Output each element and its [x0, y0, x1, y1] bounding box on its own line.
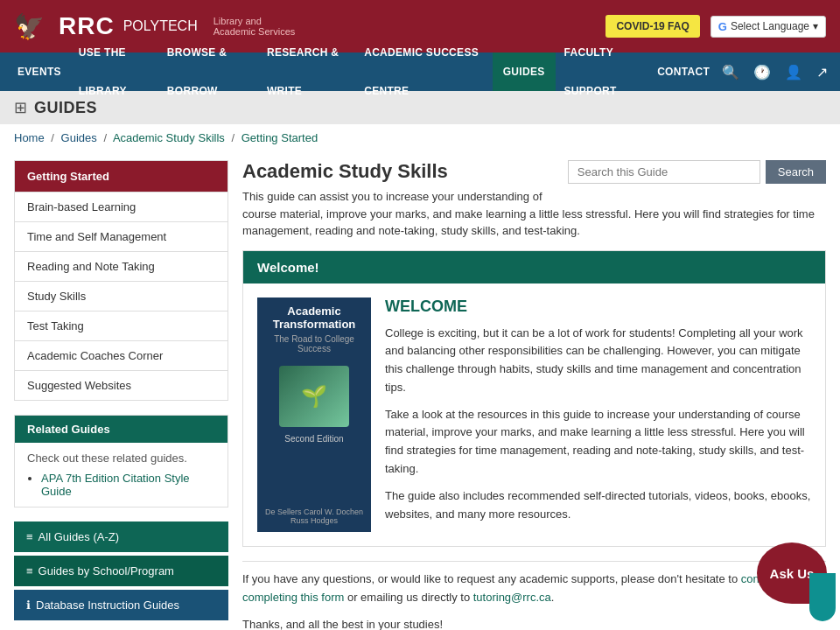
select-lang-label: Select Language: [731, 20, 809, 32]
info-text-after: .: [551, 591, 555, 604]
grid-icon: ⊞: [14, 98, 27, 117]
thanks-text: Thanks, and all the best in your studies…: [242, 616, 826, 630]
chevron-down-icon: ▾: [813, 20, 818, 32]
database-label: Database Instruction Guides: [36, 598, 179, 612]
all-guides-label: All Guides (A-Z): [38, 530, 119, 543]
site-header: 🦅 RRC POLYTECH Library and Academic Serv…: [0, 0, 840, 91]
book-image: 🌱: [279, 366, 349, 427]
ask-us-widget[interactable]: Ask Us: [757, 542, 827, 604]
clock-nav-icon[interactable]: 🕐: [750, 60, 774, 84]
nav-item-guides[interactable]: GUIDES: [493, 52, 556, 91]
welcome-body: Academic Transformation The Road to Coll…: [243, 284, 825, 547]
nav-item-research-write[interactable]: RESEARCH & WRITE: [258, 33, 355, 110]
info-text-middle: or emailing us directly to: [344, 591, 472, 604]
welcome-box: Welcome! Academic Transformation The Roa…: [242, 250, 826, 548]
welcome-para3: The guide also includes recommended self…: [385, 487, 811, 524]
content-wrapper: Getting Started Brain-based Learning Tim…: [0, 151, 840, 630]
welcome-text: WELCOME College is exciting, but it can …: [385, 298, 811, 533]
book-edition: Second Edition: [284, 434, 343, 444]
sidebar-item-test-taking[interactable]: Test Taking: [15, 311, 228, 340]
user-nav-icon[interactable]: 👤: [781, 60, 806, 84]
sidebar-buttons: ≡ All Guides (A-Z) ≡ Guides by School/Pr…: [14, 522, 228, 620]
ask-us-label: Ask Us: [770, 566, 815, 581]
guides-school-label: Guides by School/Program: [38, 564, 174, 578]
breadcrumb-guides[interactable]: Guides: [61, 131, 97, 144]
sidebar-item-brain-learning[interactable]: Brain-based Learning: [15, 192, 228, 221]
search-row: Search: [568, 160, 826, 184]
nav-item-contact[interactable]: CONTACT: [648, 52, 718, 91]
nav-icons: 🔍 🕐 👤 ↗: [718, 60, 831, 84]
exit-nav-icon[interactable]: ↗: [813, 60, 831, 84]
search-nav-icon[interactable]: 🔍: [718, 60, 743, 84]
welcome-title: WELCOME: [385, 298, 811, 316]
sidebar-active-item[interactable]: Getting Started: [15, 161, 228, 192]
email-link[interactable]: tutoring@rrc.ca: [473, 591, 551, 604]
main-content: Search Academic Study Skills This guide …: [242, 160, 826, 630]
search-input[interactable]: [568, 160, 760, 184]
nav-item-events[interactable]: EVENTS: [9, 52, 70, 91]
all-guides-icon: ≡: [26, 530, 33, 543]
info-text-before: If you have any questions, or would like…: [242, 572, 741, 585]
related-guide-apa[interactable]: APA 7th Edition Citation Style Guide: [41, 472, 190, 498]
related-guides-title: Related Guides: [15, 416, 228, 443]
ask-us-teal-accent: [809, 573, 836, 621]
sidebar-item-study-skills[interactable]: Study Skills: [15, 281, 228, 311]
logo-subtitle-line1: Library and: [214, 16, 296, 26]
nav-items: EVENTS USE THE LIBRARY BROWSE & BORROW R…: [9, 33, 718, 110]
main-nav: EVENTS USE THE LIBRARY BROWSE & BORROW R…: [0, 52, 840, 91]
book-cover: Academic Transformation The Road to Coll…: [257, 298, 371, 533]
guides-school-icon: ≡: [26, 564, 33, 578]
all-guides-button[interactable]: ≡ All Guides (A-Z): [14, 522, 228, 552]
sidebar-item-academic-coaches[interactable]: Academic Coaches Corner: [15, 340, 228, 370]
breadcrumb-section[interactable]: Academic Study Skills: [113, 131, 225, 144]
related-guides-desc: Check out these related guides.: [27, 452, 215, 465]
breadcrumb-current: Getting Started: [242, 131, 318, 144]
welcome-header: Welcome!: [243, 251, 825, 284]
welcome-para1: College is exciting, but it can be a lot…: [385, 325, 811, 397]
book-authors: De Sellers Carol W. Dochen Russ Hodges: [264, 500, 364, 525]
email-link-text: tutoring@rrc.ca: [473, 591, 551, 604]
nav-item-faculty-support[interactable]: FACULTY SUPPORT: [556, 33, 649, 110]
breadcrumb: Home / Guides / Academic Study Skills / …: [0, 124, 840, 151]
related-guides-box: Related Guides Check out these related g…: [14, 415, 228, 508]
info-section: If you have any questions, or would like…: [242, 561, 826, 630]
welcome-para2: Take a look at the resources in this gui…: [385, 406, 811, 479]
google-icon: G: [718, 20, 727, 33]
title-search-row: Search Academic Study Skills This guide …: [242, 160, 826, 240]
nav-item-academic-success[interactable]: ACADEMIC SUCCESS CENTRE: [355, 33, 493, 110]
page-description: This guide can assist you to increase yo…: [242, 188, 826, 240]
sidebar-item-reading-notes[interactable]: Reading and Note Taking: [15, 251, 228, 281]
sidebar: Getting Started Brain-based Learning Tim…: [14, 160, 228, 630]
sidebar-item-suggested-websites[interactable]: Suggested Websites: [15, 370, 228, 400]
breadcrumb-home[interactable]: Home: [14, 131, 45, 144]
language-selector[interactable]: G Select Language ▾: [710, 16, 826, 38]
database-guides-button[interactable]: ℹ Database Instruction Guides: [14, 590, 228, 620]
database-icon: ℹ: [26, 598, 31, 612]
search-button[interactable]: Search: [766, 160, 826, 184]
book-title: Academic Transformation: [264, 304, 364, 331]
nav-item-browse-borrow[interactable]: BROWSE & BORROW: [158, 33, 258, 110]
book-subtitle: The Road to College Success: [264, 334, 364, 354]
sidebar-item-time-self-mgmt[interactable]: Time and Self Management: [15, 221, 228, 251]
guides-by-school-button[interactable]: ≡ Guides by School/Program: [14, 556, 228, 586]
guides-bar-title: GUIDES: [34, 99, 97, 117]
related-guides-content: Check out these related guides. APA 7th …: [15, 443, 228, 507]
logo-polytech: POLYTECH: [123, 18, 198, 34]
sidebar-nav: Getting Started Brain-based Learning Tim…: [14, 160, 228, 401]
